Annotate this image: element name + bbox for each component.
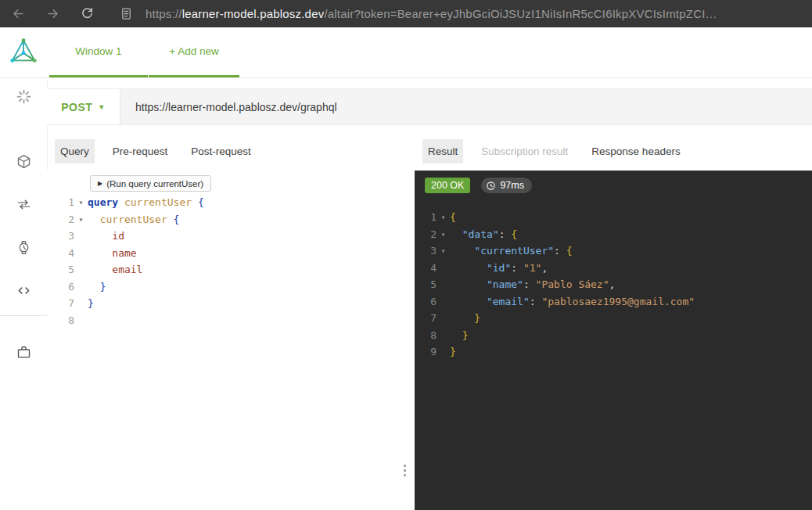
fold-gutter (74, 261, 88, 278)
collections-icon[interactable] (13, 342, 34, 362)
fold-arrow-icon[interactable]: ▾ (437, 226, 450, 243)
chevron-down-icon: ▼ (98, 103, 105, 111)
line-number: 7 (47, 295, 74, 312)
line-number: 3 (47, 228, 74, 245)
code-line: 7} (47, 295, 415, 312)
query-code: 1▾query currentUser {2▾ currentUser {3 i… (47, 194, 415, 329)
line-number: 8 (47, 312, 74, 329)
fold-arrow-icon[interactable]: ▾ (437, 242, 450, 260)
add-new-label: + Add new (169, 45, 218, 57)
fold-gutter (437, 343, 450, 361)
tab-post-request[interactable]: Post-request (185, 139, 257, 163)
line-number: 2 (47, 211, 74, 228)
result-viewer: 200 OK 97ms 1▾{2▾ "data": {3▾ "currentUs… (415, 171, 812, 510)
tab-subscription-result[interactable]: Subscription result (476, 139, 573, 163)
http-method-select[interactable]: POST ▼ (47, 89, 120, 124)
endpoint-url-input[interactable]: https://learner-model.pablosz.dev/graphq… (120, 89, 812, 124)
run-query-label: (Run query currentUser) (106, 179, 203, 189)
code-line: 2▾ currentUser { (47, 211, 415, 228)
line-number: 4 (47, 245, 74, 262)
response-stats: 200 OK 97ms (425, 178, 532, 193)
url-scheme: https:// (146, 7, 182, 20)
line-number: 7 (415, 310, 437, 327)
window-tab-label: Window 1 (75, 45, 121, 57)
tab-result[interactable]: Result (422, 139, 463, 163)
address-bar[interactable]: https://learner-model.pablosz.dev/altair… (146, 7, 717, 20)
line-number: 8 (415, 327, 437, 344)
code-line: 6 } (47, 278, 415, 296)
line-number: 1 (415, 209, 437, 226)
line-number: 3 (415, 242, 437, 260)
variables-icon[interactable] (13, 280, 34, 300)
run-query-button[interactable]: ▶ (Run query currentUser) (90, 175, 211, 192)
code-line: 3 id (47, 228, 415, 245)
line-number: 2 (415, 226, 437, 243)
fold-gutter (437, 327, 450, 344)
fold-gutter (74, 228, 88, 245)
docs-icon[interactable] (13, 151, 34, 171)
code-line: 3▾ "currentUser": { (415, 242, 812, 260)
code-line: 8 (47, 312, 415, 329)
code-line: 7 } (415, 310, 812, 327)
altair-logo-icon (9, 37, 38, 66)
browser-chrome: https://learner-model.pablosz.dev/altair… (0, 0, 812, 27)
query-panel-tabs: Query Pre-request Post-request (47, 138, 257, 164)
code-line: 6 "email": "pablosaez1995@gmail.com" (415, 293, 812, 311)
url-path: /altair?token=Bearer+eyJhbGciOiJSUzI1NiI… (324, 7, 717, 20)
result-code: 1▾{2▾ "data": {3▾ "currentUser": {4 "id"… (415, 209, 812, 361)
code-line: 5 email (47, 261, 415, 278)
site-info-icon[interactable] (117, 5, 135, 23)
code-line: 2▾ "data": { (415, 226, 812, 243)
status-badge: 200 OK (425, 178, 470, 193)
play-icon: ▶ (98, 181, 102, 187)
line-number: 9 (415, 343, 437, 361)
window-tab[interactable]: Window 1 (49, 27, 148, 77)
code-line: 4 "id": "1", (415, 260, 812, 277)
code-line: 8 } (415, 327, 812, 344)
fold-arrow-icon[interactable]: ▾ (437, 209, 450, 226)
fold-gutter (74, 245, 88, 262)
result-panel-tabs: Result Subscription result Response head… (415, 138, 686, 164)
endpoint-url-value: https://learner-model.pablosz.dev/graphq… (135, 101, 337, 113)
code-line: 9} (415, 343, 812, 361)
request-bar: POST ▼ https://learner-model.pablosz.dev… (47, 88, 812, 125)
code-line: 1▾query currentUser { (47, 194, 415, 211)
tab-response-headers[interactable]: Response headers (586, 139, 685, 163)
clock-icon (486, 181, 496, 191)
url-host: learner-model.pablosz.dev (182, 7, 325, 20)
sidebar-divider (0, 315, 47, 316)
forward-icon[interactable] (44, 5, 61, 23)
response-time-badge: 97ms (481, 178, 532, 193)
sidebar (0, 78, 48, 510)
fold-arrow-icon[interactable]: ▾ (74, 194, 88, 211)
back-icon[interactable] (9, 5, 27, 23)
tab-pre-request[interactable]: Pre-request (107, 139, 174, 163)
refresh-schema-icon[interactable] (13, 194, 34, 214)
line-number: 6 (47, 278, 74, 296)
panel-resize-handle[interactable] (399, 457, 410, 483)
code-line: 4 name (47, 245, 415, 262)
tab-query[interactable]: Query (55, 139, 95, 163)
fold-gutter (437, 293, 450, 311)
fold-arrow-icon[interactable]: ▾ (74, 211, 88, 228)
fold-gutter (74, 295, 88, 312)
reload-icon[interactable] (78, 5, 95, 23)
add-new-window-button[interactable]: + Add new (149, 27, 239, 77)
fold-gutter (437, 260, 450, 277)
query-editor[interactable]: ▶ (Run query currentUser) 1▾query curren… (47, 171, 415, 510)
fold-gutter (437, 276, 450, 293)
line-number: 5 (47, 261, 74, 278)
line-number: 5 (415, 276, 437, 293)
fold-gutter (437, 310, 450, 327)
code-line: 1▾{ (415, 209, 812, 226)
code-line: 5 "name": "Pablo Sáez", (415, 276, 812, 293)
fold-gutter (74, 278, 88, 296)
response-time-value: 97ms (500, 180, 524, 191)
history-icon[interactable] (13, 237, 34, 257)
line-number: 4 (415, 260, 437, 277)
app-header: Window 1 + Add new (0, 27, 812, 78)
http-method-label: POST (61, 101, 92, 113)
spinner-icon[interactable] (13, 86, 34, 106)
line-number: 6 (415, 293, 437, 311)
fold-gutter (74, 312, 88, 329)
